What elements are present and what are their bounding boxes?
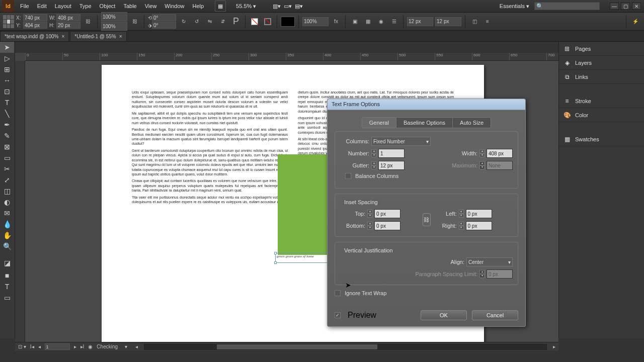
rotate-cw-icon[interactable]: ↻	[178, 16, 189, 27]
opacity-input[interactable]	[302, 17, 329, 26]
fill-swatch-icon[interactable]	[249, 16, 260, 27]
close-tab-icon[interactable]: ×	[119, 34, 122, 39]
view-options-icon[interactable]: ▥▾	[271, 1, 282, 12]
menu-file[interactable]: File	[16, 3, 33, 9]
arrange-icon[interactable]: ▤▾	[293, 1, 304, 12]
flip-v-icon[interactable]: ⇵	[217, 16, 228, 27]
next-page-icon[interactable]: ▸	[74, 344, 76, 349]
eyedropper-tool-icon[interactable]: 💧	[0, 219, 14, 230]
search-input[interactable]: 🔍	[534, 2, 600, 10]
scale-x-input[interactable]	[101, 12, 127, 21]
close-tab-icon[interactable]: ×	[61, 34, 64, 39]
free-transform-tool-icon[interactable]: ⤢	[0, 174, 14, 186]
minimize-button[interactable]: —	[610, 3, 619, 10]
columns-mode-select[interactable]: Fixed Number▾	[371, 137, 431, 146]
panel-pages[interactable]: ⊞Pages	[559, 42, 644, 56]
right-input[interactable]	[466, 221, 492, 230]
document-tab[interactable]: *text wrap.indd @ 100%×	[0, 31, 69, 41]
stroke-weight-input-2[interactable]	[435, 17, 461, 26]
top-input[interactable]	[374, 209, 400, 218]
bridge-icon[interactable]: ▦	[215, 1, 226, 12]
cancel-button[interactable]: Cancel	[472, 310, 518, 320]
number-spinner[interactable]: ▴▾	[371, 149, 376, 157]
maximize-button[interactable]: ▢	[621, 3, 630, 10]
h-input[interactable]	[56, 22, 80, 29]
width-spinner[interactable]: ▴▾	[479, 149, 485, 157]
quick-apply-icon[interactable]: ⚡	[630, 16, 641, 27]
fill-stroke-swap-icon[interactable]: ◪	[0, 256, 14, 270]
type-tool-icon[interactable]: T	[0, 97, 14, 108]
panel-links[interactable]: ⧉Links	[559, 70, 644, 84]
page-number-input[interactable]	[45, 343, 70, 350]
menu-help[interactable]: Help	[188, 3, 208, 9]
frame-handle[interactable]	[274, 252, 277, 254]
rectangle-frame-tool-icon[interactable]: ⊠	[0, 141, 14, 152]
x-input[interactable]	[23, 14, 47, 21]
preview-checkbox[interactable]: ✓	[335, 312, 341, 318]
menu-layout[interactable]: Layout	[51, 3, 75, 9]
effects-icon[interactable]: fx	[331, 16, 342, 27]
dialog-title[interactable]: Text Frame Options	[328, 99, 525, 110]
gradient-feather-tool-icon[interactable]: ◐	[0, 197, 14, 208]
panel-layers[interactable]: ◈Layers	[559, 56, 644, 70]
menu-edit[interactable]: Edit	[33, 3, 51, 9]
pen-tool-icon[interactable]: ✒	[0, 119, 14, 130]
corner-options-icon[interactable]: ◫	[469, 16, 480, 27]
gradient-tool-icon[interactable]: ◫	[0, 186, 14, 197]
pencil-tool-icon[interactable]: ✎	[0, 130, 14, 141]
gutter-spinner[interactable]: ▴▾	[371, 161, 376, 169]
menu-view[interactable]: View	[141, 3, 161, 9]
menu-table[interactable]: Table	[119, 3, 140, 9]
constrain-proportions-icon[interactable]: ⛓	[83, 16, 94, 27]
rotate-input[interactable]	[152, 14, 176, 21]
scissors-tool-icon[interactable]: ✂	[0, 163, 14, 174]
w-input[interactable]	[56, 14, 80, 21]
formatting-container-icon[interactable]: T	[0, 281, 14, 292]
note-tool-icon[interactable]: ✉	[0, 208, 14, 219]
screen-mode-icon[interactable]: ▭▾	[282, 1, 293, 12]
hand-tool-icon[interactable]: ✋	[0, 230, 14, 241]
scroll-right-icon[interactable]: ▸	[553, 344, 555, 349]
menu-object[interactable]: Object	[96, 3, 120, 9]
preflight-menu-icon[interactable]: ▾	[125, 344, 127, 349]
apply-color-icon[interactable]: ■	[0, 270, 14, 281]
link-inset-icon[interactable]: ⛓	[423, 213, 431, 226]
close-button[interactable]: ✕	[632, 3, 641, 10]
balance-columns-checkbox[interactable]	[345, 173, 351, 179]
stroke-weight-input[interactable]	[407, 17, 433, 26]
last-page-icon[interactable]: ▸I	[80, 344, 85, 349]
selection-tool-icon[interactable]: ➤	[0, 42, 14, 53]
vertical-ruler[interactable]	[15, 61, 25, 342]
prev-page-icon[interactable]: ◂	[38, 344, 41, 349]
shear-input[interactable]	[152, 22, 176, 29]
bottom-input[interactable]	[374, 221, 400, 230]
scale-y-input[interactable]	[101, 22, 127, 31]
frame-handle[interactable]	[274, 261, 277, 264]
direct-selection-tool-icon[interactable]: ▷	[0, 53, 14, 64]
zoom-level[interactable]: 55.5% ▾	[236, 3, 256, 10]
rotate-ccw-icon[interactable]: ↺	[191, 16, 202, 27]
textwrap-none-icon[interactable]: ▣	[349, 16, 360, 27]
flip-h-icon[interactable]: ⇋	[204, 16, 215, 27]
tab-auto-size[interactable]: Auto Size	[453, 117, 491, 128]
align-icon[interactable]: ≡	[482, 16, 493, 27]
number-input[interactable]	[378, 149, 405, 158]
width-input[interactable]	[487, 149, 513, 158]
ok-button[interactable]: OK	[421, 310, 467, 320]
align-select[interactable]: Center▾	[466, 257, 513, 266]
scroll-left-icon[interactable]: ◂	[135, 344, 138, 349]
reference-point-icon[interactable]	[3, 15, 14, 28]
panel-stroke[interactable]: ≡Stroke	[559, 94, 644, 108]
menu-window[interactable]: Window	[160, 3, 188, 9]
gap-tool-icon[interactable]: ↔	[0, 75, 14, 86]
ignore-text-wrap-checkbox[interactable]	[335, 290, 341, 296]
link-scale-icon[interactable]: ⛓	[129, 16, 140, 27]
top-spinner[interactable]: ▴▾	[367, 210, 372, 218]
char-panel-icon[interactable]: P	[230, 16, 242, 27]
rectangle-tool-icon[interactable]: ▭	[0, 152, 14, 163]
y-input[interactable]	[23, 22, 47, 29]
panel-color[interactable]: 🎨Color	[559, 108, 644, 122]
document-tab[interactable]: *Untitled-1 @ 55%×	[70, 31, 126, 41]
panel-swatches[interactable]: ▦Swatches	[559, 132, 644, 146]
first-page-icon[interactable]: I◂	[30, 344, 34, 349]
